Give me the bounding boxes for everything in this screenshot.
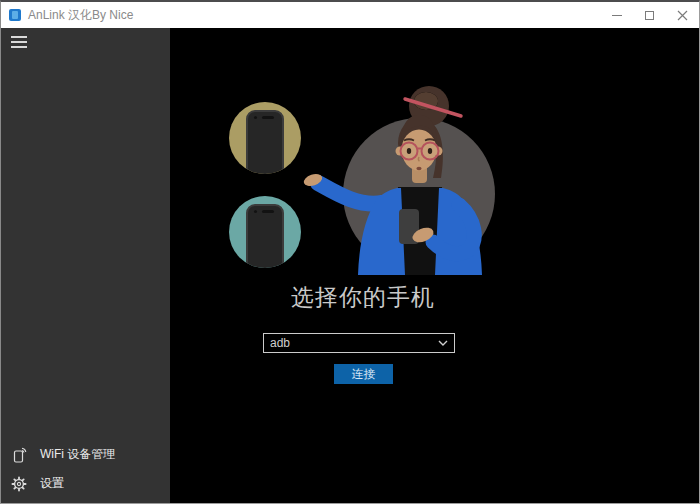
phone-option-teal — [229, 196, 301, 268]
connect-button[interactable]: 连接 — [334, 364, 393, 384]
sidebar-item-wifi-manager[interactable]: WiFi 设备管理 — [1, 440, 170, 469]
phone-speaker-bar — [262, 210, 274, 213]
sidebar-item-label: 设置 — [40, 475, 64, 492]
page-title: 选择你的手机 — [170, 282, 556, 313]
phone-icon — [246, 204, 284, 268]
app-icon-screen — [12, 11, 18, 19]
mouth — [416, 167, 421, 171]
chevron-down-icon — [438, 340, 448, 346]
main-area: 选择你的手机 adb 连接 — [170, 28, 699, 503]
gear-icon — [11, 476, 27, 492]
maximize-button[interactable] — [633, 2, 666, 28]
maximize-icon — [645, 11, 654, 20]
phone-wifi-icon — [11, 447, 27, 463]
device-select-value: adb — [270, 336, 438, 350]
close-icon — [677, 10, 688, 21]
titlebar: AnLink 汉化By Nice — [1, 2, 699, 28]
app-body: WiFi 设备管理 设置 — [1, 28, 699, 503]
sidebar-bottom: WiFi 设备管理 设置 — [1, 440, 170, 503]
woman-illustration — [300, 83, 540, 303]
app-icon — [9, 9, 21, 21]
eye — [407, 148, 411, 154]
minimize-button[interactable] — [600, 2, 633, 28]
device-select[interactable]: adb — [263, 333, 455, 353]
close-button[interactable] — [666, 2, 699, 28]
menu-icon — [11, 36, 27, 38]
hamburger-menu-button[interactable] — [11, 36, 27, 48]
sidebar-item-settings[interactable]: 设置 — [1, 469, 170, 498]
sidebar-item-label: WiFi 设备管理 — [40, 446, 115, 463]
eye — [428, 148, 432, 154]
phone-icon — [246, 110, 284, 174]
phone-camera-dot — [254, 210, 257, 213]
sidebar: WiFi 设备管理 设置 — [1, 28, 170, 503]
minimize-icon — [612, 15, 622, 16]
phone-speaker-bar — [262, 116, 274, 119]
phone-camera-dot — [254, 116, 257, 119]
window-title: AnLink 汉化By Nice — [28, 7, 133, 24]
window-controls — [600, 2, 699, 28]
phone-option-gold — [229, 102, 301, 174]
anlink-window: AnLink 汉化By Nice — [0, 0, 700, 504]
